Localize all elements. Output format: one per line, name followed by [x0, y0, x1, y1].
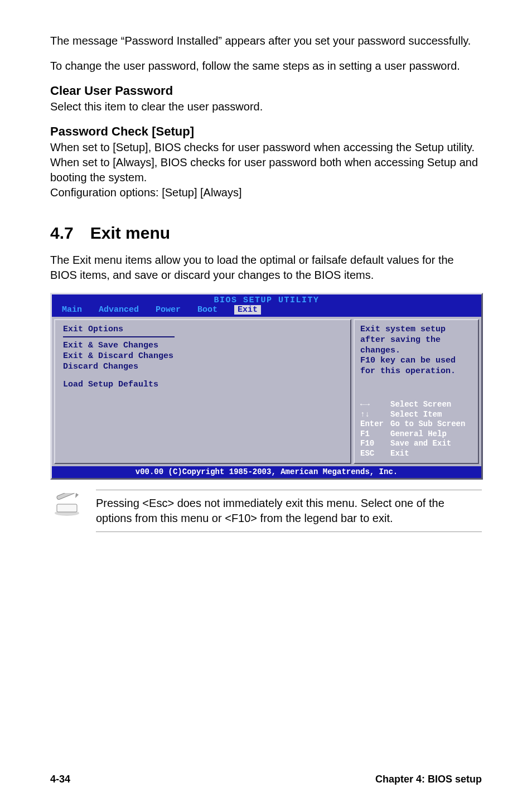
bios-tab-main[interactable]: Main [62, 305, 82, 315]
bios-legend-label-select-screen: Select Screen [390, 400, 451, 410]
bios-legend-key-arrows-ud: ↑↓ [360, 410, 386, 420]
bios-legend-key-enter: Enter [360, 419, 386, 429]
page: The message “Password Installed” appears… [0, 0, 532, 802]
note-text: Pressing <Esc> does not immediately exit… [96, 490, 482, 532]
bios-right-pane: Exit system setup after saving the chang… [354, 319, 479, 464]
intro-paragraph-1: The message “Password Installed” appears… [50, 33, 482, 49]
bios-divider [63, 336, 175, 337]
bios-legend-label-sub-screen: Go to Sub Screen [390, 419, 465, 429]
bios-legend-general-help: F1 General Help [360, 429, 473, 439]
page-number: 4-34 [50, 774, 70, 785]
bios-legend-label-select-item: Select Item [390, 410, 442, 420]
bios-tab-exit[interactable]: Exit [234, 305, 261, 315]
bios-legend-label-exit: Exit [390, 449, 409, 459]
svg-marker-3 [75, 493, 79, 498]
heading-clear-user-password: Clear User Password [50, 84, 482, 98]
bios-legend-save-exit: F10 Save and Exit [360, 439, 473, 449]
bios-tab-bar: Main Advanced Power Boot Exit [52, 305, 481, 317]
bios-tab-power[interactable]: Power [156, 305, 181, 315]
bios-screenshot: BIOS SETUP UTILITY Main Advanced Power B… [50, 293, 483, 480]
svg-rect-2 [56, 493, 75, 500]
bios-load-setup-defaults[interactable]: Load Setup Defaults [63, 380, 342, 390]
bios-footer: v00.00 (C)Copyright 1985-2003, American … [52, 466, 481, 478]
svg-rect-1 [57, 504, 77, 512]
bios-tab-advanced[interactable]: Advanced [99, 305, 139, 315]
exit-menu-body: The Exit menu items allow you to load th… [50, 253, 482, 283]
password-check-body-2: Configuration options: [Setup] [Always] [50, 185, 482, 200]
password-check-body-1: When set to [Setup], BIOS checks for use… [50, 140, 482, 185]
intro-paragraph-2: To change the user password, follow the … [50, 59, 482, 74]
bios-exit-discard-changes[interactable]: Exit & Discard Changes [63, 351, 342, 362]
bios-legend-key-f10: F10 [360, 439, 386, 449]
bios-legend-select-item: ↑↓ Select Item [360, 410, 473, 420]
bios-legend-key-arrows-lr: ←→ [360, 400, 386, 410]
bios-legend-key-f1: F1 [360, 429, 386, 439]
bios-legend-select-screen: ←→ Select Screen [360, 400, 473, 410]
bios-legend-label-general-help: General Help [390, 429, 447, 439]
bios-legend: ←→ Select Screen ↑↓ Select Item Enter Go… [360, 400, 473, 458]
bios-exit-options-title: Exit Options [63, 325, 342, 334]
heading-password-check: Password Check [Setup] [50, 124, 482, 139]
bios-title: BIOS SETUP UTILITY [52, 294, 481, 305]
bios-legend-sub-screen: Enter Go to Sub Screen [360, 419, 473, 429]
bios-tab-boot[interactable]: Boot [197, 305, 217, 315]
bios-help-text: Exit system setup after saving the chang… [360, 325, 473, 377]
bios-legend-exit: ESC Exit [360, 449, 473, 459]
pencil-paper-icon [54, 493, 80, 516]
clear-user-password-body: Select this item to clear the user passw… [50, 99, 482, 114]
bios-header: BIOS SETUP UTILITY Main Advanced Power B… [52, 294, 481, 317]
note-block: Pressing <Esc> does not immediately exit… [50, 490, 482, 532]
chapter-label: Chapter 4: BIOS setup [375, 774, 482, 785]
bios-legend-key-esc: ESC [360, 449, 386, 459]
bios-left-pane: Exit Options Exit & Save Changes Exit & … [54, 319, 351, 464]
page-footer: 4-34 Chapter 4: BIOS setup [50, 774, 482, 785]
note-icon [50, 490, 84, 516]
bios-discard-changes[interactable]: Discard Changes [63, 362, 342, 373]
bios-body: Exit Options Exit & Save Changes Exit & … [52, 317, 481, 466]
bios-exit-save-changes[interactable]: Exit & Save Changes [63, 341, 342, 351]
heading-exit-menu: 4.7 Exit menu [50, 224, 482, 243]
bios-legend-label-save-exit: Save and Exit [390, 439, 451, 449]
